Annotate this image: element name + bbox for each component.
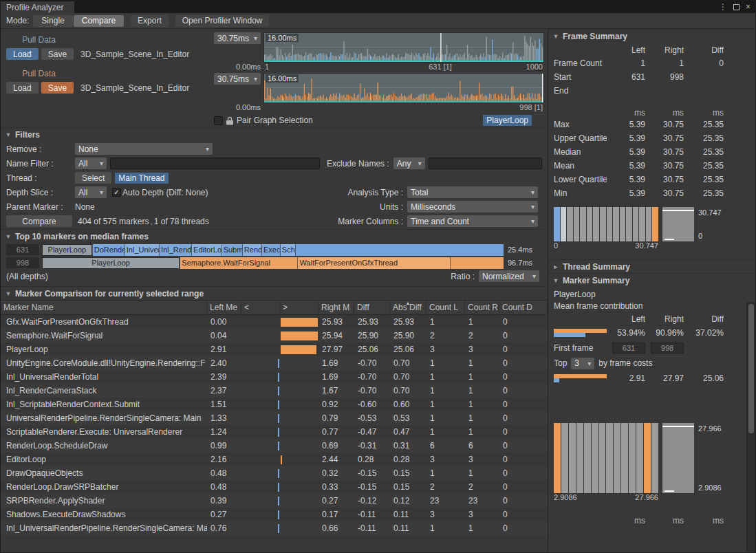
table-row[interactable]: PlayerLoop2.9127.9725.0625.06330 — [1, 343, 548, 356]
open-profiler-window-button[interactable]: Open Profiler Window — [175, 15, 270, 27]
marker-segment[interactable]: WaitForPresentOnGfxThread — [298, 257, 450, 269]
table-row[interactable]: Semaphore.WaitForSignal0.0425.9425.9025.… — [1, 329, 548, 343]
filters-header[interactable]: ▼ Filters — [1, 127, 548, 141]
cell-count-left: 3 — [426, 343, 465, 356]
row-label: Max — [554, 120, 607, 129]
marker-segment[interactable] — [296, 244, 504, 256]
column-header-right-m[interactable]: Right M — [318, 301, 354, 314]
left-cost-bar — [554, 378, 559, 382]
marker-segment[interactable]: Exec — [262, 244, 281, 256]
column-header-diff[interactable]: Diff — [354, 301, 390, 314]
table-row[interactable]: RenderLoop.DrawSRPBatcher0.480.33-0.150.… — [1, 480, 548, 494]
load-right-button[interactable]: Load — [6, 82, 39, 94]
row-value: ms — [684, 108, 724, 118]
marker-segment[interactable]: PlayerLoop — [42, 244, 93, 256]
right-cost-bar — [554, 374, 607, 378]
frame-summary-header[interactable]: ▼ Frame Summary — [548, 29, 755, 43]
top-n-dropdown[interactable]: 3 ▾ — [571, 358, 594, 369]
all-depths-label: (All depths) — [6, 272, 48, 281]
table-row[interactable]: EditorLoop2.162.440.280.28330 — [1, 453, 548, 466]
table-row[interactable]: SRPBRender.ApplyShader0.390.27-0.120.122… — [1, 494, 548, 508]
table-row[interactable]: Inl_UniversalRenderPipeline.RenderSingle… — [1, 521, 548, 535]
right-graph-scale-dropdown[interactable]: 30.75ms ▾ — [214, 73, 261, 85]
table-row[interactable]: Gfx.WaitForPresentOnGfxThread0.0025.9325… — [1, 315, 548, 329]
top10-header[interactable]: ▼ Top 10 markers on median frames — [1, 229, 548, 243]
marker-columns-dropdown[interactable]: Time and Count ▾ — [407, 215, 538, 227]
table-row[interactable]: DrawOpaqueObjects0.480.32-0.150.15110 — [1, 466, 548, 480]
histogram-bars — [554, 207, 658, 241]
save-right-button[interactable]: Save — [41, 82, 74, 94]
column-header-left-me[interactable]: Left Me — [207, 301, 241, 314]
thread-select-button[interactable]: Select — [75, 172, 111, 184]
marker-segment[interactable]: Sch — [281, 244, 296, 256]
column-header-count-d[interactable]: Count D — [499, 301, 548, 314]
marker-segment[interactable]: PlayerLoop — [42, 257, 180, 269]
first-frame-right-button[interactable]: 998 — [651, 343, 684, 354]
maximize-icon[interactable] — [733, 4, 739, 10]
exclude-names-input[interactable] — [429, 158, 542, 169]
pair-graph-selection-checkbox[interactable] — [214, 116, 223, 125]
cell-count-left: 1 — [426, 370, 465, 384]
compare-button[interactable]: Compare — [6, 215, 72, 227]
marker-segment[interactable]: DoRenderl — [93, 244, 125, 256]
marker-segment[interactable]: Semaphore.WaitForSignal — [180, 257, 298, 269]
cell-marker-name: RenderLoop.ScheduleDraw — [1, 439, 207, 453]
exclude-mode-dropdown[interactable]: Any ▾ — [393, 158, 425, 169]
marker-segment[interactable]: Inl_Univers — [125, 244, 160, 256]
box-plot-median-line — [662, 426, 694, 427]
table-row[interactable]: Inl_RenderCameraStack2.371.67-0.700.7011… — [1, 384, 548, 398]
ratio-dropdown[interactable]: Normalized ▾ — [479, 270, 539, 282]
close-icon[interactable]: × — [746, 3, 750, 11]
depth-slice-dropdown[interactable]: All ▾ — [75, 186, 107, 198]
column-header--[interactable]: > — [280, 301, 318, 314]
table-row[interactable]: Inl_ScriptableRenderContext.Submit1.510.… — [1, 398, 548, 411]
marker-segment[interactable]: Inl_Render — [160, 244, 192, 256]
auto-depth-checkbox[interactable]: ✓ — [112, 188, 121, 197]
cell-left-bar — [241, 494, 280, 508]
table-row[interactable]: Shadows.ExecuteDrawShadows0.270.17-0.110… — [1, 508, 548, 521]
analysis-type-dropdown[interactable]: Total ▾ — [407, 186, 538, 198]
box-plot-max-value: 27.966 — [698, 424, 722, 433]
frame-time-graph-right[interactable]: 16.00ms — [263, 73, 544, 103]
frame-time-graph-left[interactable]: 16.00ms — [263, 32, 544, 63]
tab-single[interactable]: Single — [33, 15, 72, 27]
name-filter-mode-dropdown[interactable]: All ▾ — [75, 158, 107, 169]
tab-compare[interactable]: Compare — [74, 15, 124, 27]
column-header--[interactable]: < — [241, 301, 280, 314]
load-left-button[interactable]: Load — [6, 48, 39, 60]
marker-segment[interactable]: EditorLoo — [192, 244, 222, 256]
histogram-bar — [614, 423, 620, 493]
column-header-count-r[interactable]: Count R — [465, 301, 499, 314]
column-header-abs-diff[interactable]: ▲Abs Diff — [390, 301, 426, 314]
marker-segment[interactable] — [451, 257, 504, 269]
table-row[interactable]: UnityEngine.CoreModule.dll!UnityEngine.R… — [1, 356, 548, 370]
units-dropdown[interactable]: Milliseconds ▾ — [407, 201, 538, 213]
table-row[interactable]: Inl_UniversalRenderTotal2.391.69-0.700.7… — [1, 370, 548, 384]
menu-icon[interactable]: ⋮ — [719, 3, 727, 11]
table-row[interactable]: UniversalRenderPipeline.RenderSingleCame… — [1, 411, 548, 425]
column-header-count-l[interactable]: Count L — [426, 301, 465, 314]
pull-data-left-button[interactable]: Pull Data — [6, 34, 72, 45]
export-button[interactable]: Export — [131, 15, 169, 27]
save-left-button[interactable]: Save — [41, 48, 74, 60]
thread-summary-header[interactable]: ► Thread Summary — [548, 259, 755, 273]
window-tab-label: Profile Analyzer — [6, 3, 63, 12]
marker-summary-header[interactable]: ▼ Marker Summary — [548, 273, 755, 287]
scrollbar-thumb[interactable] — [748, 304, 754, 433]
pull-data-right-button[interactable]: Pull Data — [6, 68, 72, 78]
cell-diff: -0.11 — [354, 521, 390, 535]
right-pane-scrollbar[interactable] — [746, 302, 755, 552]
marker-segment[interactable]: Submi — [222, 244, 243, 256]
marker-comparison-header[interactable]: ▼ Marker Comparison for currently select… — [1, 286, 548, 300]
table-row[interactable]: ScriptableRenderer.Execute: UniversalRen… — [1, 425, 548, 439]
remove-dropdown[interactable]: None ▾ — [75, 143, 213, 155]
axis-min: 2.9086 — [554, 493, 577, 501]
column-header-marker-name[interactable]: Marker Name — [1, 301, 207, 314]
left-graph-scale-dropdown[interactable]: 30.75ms ▾ — [214, 32, 261, 44]
window-tab[interactable]: Profile Analyzer — [1, 1, 74, 13]
marker-segment[interactable]: Rende — [243, 244, 262, 256]
row-value: 30.75 — [645, 120, 684, 129]
name-filter-input[interactable] — [110, 158, 320, 169]
first-frame-left-button[interactable]: 631 — [612, 343, 645, 354]
table-row[interactable]: RenderLoop.ScheduleDraw0.990.69-0.310.31… — [1, 439, 548, 453]
